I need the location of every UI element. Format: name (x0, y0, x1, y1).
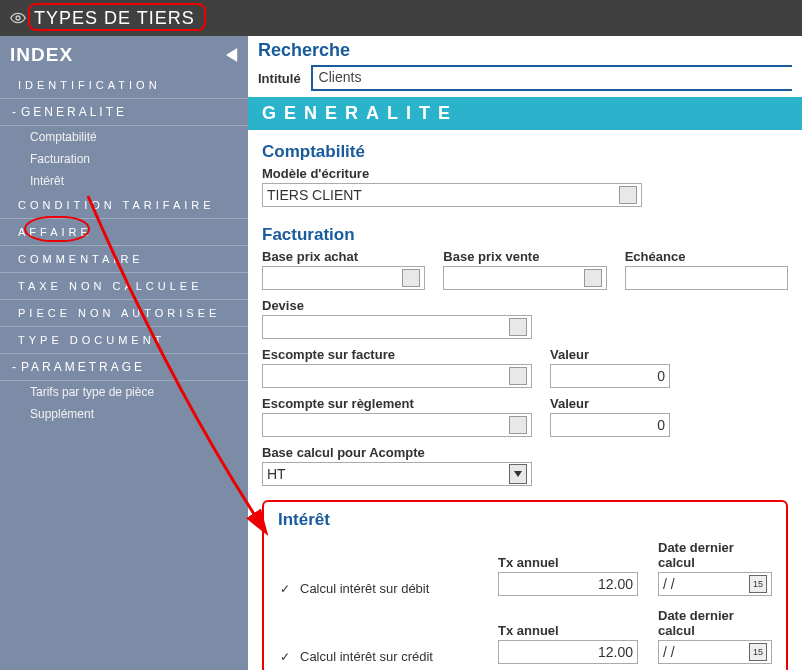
date-dernier-debit-label: Date dernier calcul (658, 540, 772, 570)
escompte-reglement-input[interactable] (262, 413, 532, 437)
calcul-credit-label: Calcul intérêt sur crédit (300, 649, 433, 664)
checkbox-debit[interactable] (278, 582, 292, 596)
date-dernier-debit-input[interactable]: / / 15 (658, 572, 772, 596)
svg-point-0 (16, 16, 20, 20)
collapse-sidebar-icon[interactable] (226, 48, 240, 62)
echeance-label: Echéance (625, 249, 788, 264)
valeur2-label: Valeur (550, 396, 670, 411)
calcul-debit-label: Calcul intérêt sur débit (300, 581, 429, 596)
search-heading: Recherche (258, 40, 792, 61)
nav-identification[interactable]: IDENTIFICATION (0, 72, 248, 99)
picker-icon[interactable] (402, 269, 420, 287)
nav-sub-comptabilite[interactable]: Comptabilité (0, 126, 248, 148)
nav-condition-tarifaire[interactable]: CONDITION TARIFAIRE (0, 192, 248, 219)
picker-icon[interactable] (509, 367, 527, 385)
escompte-facture-label: Escompte sur facture (262, 347, 532, 362)
nav-type-document[interactable]: TYPE DOCUMENT (0, 327, 248, 354)
search-input[interactable]: Clients (311, 65, 792, 91)
modele-ecriture-value: TIERS CLIENT (267, 187, 362, 203)
base-vente-label: Base prix vente (443, 249, 606, 264)
tx-annuel-credit-input[interactable]: 12.00 (498, 640, 638, 664)
nav-sub-facturation[interactable]: Facturation (0, 148, 248, 170)
nav-sub-interet[interactable]: Intérêt (0, 170, 248, 192)
valeur1-input[interactable]: 0 (550, 364, 670, 388)
base-achat-input[interactable] (262, 266, 425, 290)
nav-sub-tarifs[interactable]: Tarifs par type de pièce (0, 381, 248, 403)
interest-section: Intérêt Calcul intérêt sur débit Tx annu… (262, 500, 788, 670)
nav-affaire[interactable]: AFFAIRE (0, 219, 248, 246)
nav-group-parametrage[interactable]: PARAMETRAGE (0, 354, 248, 381)
subsection-interet: Intérêt (278, 510, 772, 530)
search-label: Intitulé (258, 71, 301, 86)
index-heading: INDEX (10, 44, 73, 66)
base-vente-input[interactable] (443, 266, 606, 290)
tx-annuel-debit-label: Tx annuel (498, 555, 638, 570)
picker-icon[interactable] (584, 269, 602, 287)
subsection-comptabilite: Comptabilité (262, 142, 788, 162)
section-band-generalite: GENERALITE (248, 97, 802, 130)
tx-annuel-debit-input[interactable]: 12.00 (498, 572, 638, 596)
subsection-facturation: Facturation (262, 225, 788, 245)
calendar-icon[interactable]: 15 (749, 643, 767, 661)
nav-commentaire[interactable]: COMMENTAIRE (0, 246, 248, 273)
checkbox-credit[interactable] (278, 650, 292, 664)
date-dernier-credit-input[interactable]: / / 15 (658, 640, 772, 664)
tx-annuel-credit-label: Tx annuel (498, 623, 638, 638)
escompte-reglement-label: Escompte sur règlement (262, 396, 532, 411)
svg-marker-1 (226, 48, 237, 62)
visibility-icon (10, 10, 26, 26)
base-achat-label: Base prix achat (262, 249, 425, 264)
valeur1-label: Valeur (550, 347, 670, 362)
picker-icon[interactable] (619, 186, 637, 204)
calendar-icon[interactable]: 15 (749, 575, 767, 593)
devise-label: Devise (262, 298, 532, 313)
base-acompte-label: Base calcul pour Acompte (262, 445, 532, 460)
nav-group-generalite[interactable]: GENERALITE (0, 99, 248, 126)
picker-icon[interactable] (509, 318, 527, 336)
date-dernier-credit-label: Date dernier calcul (658, 608, 772, 638)
nav-piece-non-autorisee[interactable]: PIECE NON AUTORISEE (0, 300, 248, 327)
picker-icon[interactable] (509, 416, 527, 434)
valeur2-input[interactable]: 0 (550, 413, 670, 437)
base-acompte-select[interactable]: HT (262, 462, 532, 486)
page-title: TYPES DE TIERS (34, 8, 195, 29)
dropdown-icon[interactable] (509, 464, 527, 484)
modele-ecriture-label: Modèle d'écriture (262, 166, 788, 181)
modele-ecriture-input[interactable]: TIERS CLIENT (262, 183, 642, 207)
nav-taxe-non-calculee[interactable]: TAXE NON CALCULEE (0, 273, 248, 300)
escompte-facture-input[interactable] (262, 364, 532, 388)
echeance-input[interactable] (625, 266, 788, 290)
devise-input[interactable] (262, 315, 532, 339)
nav-sub-supplement[interactable]: Supplément (0, 403, 248, 425)
